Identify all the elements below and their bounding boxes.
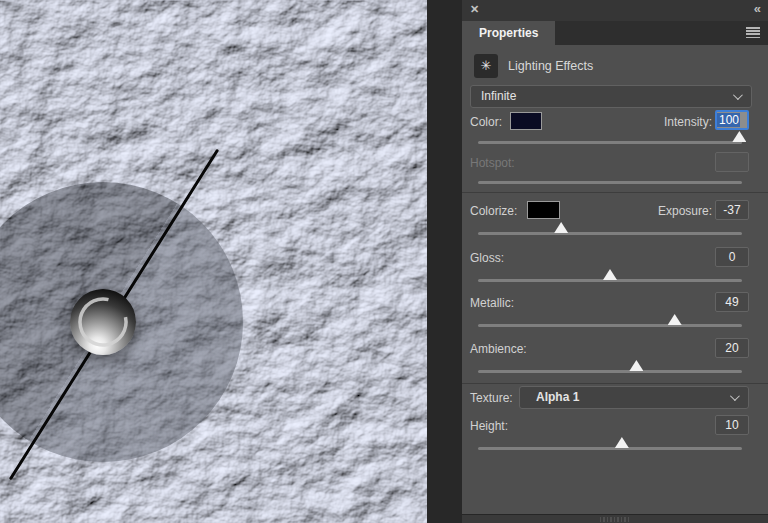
intensity-label: Intensity: [664, 115, 712, 129]
light-type-select[interactable]: Infinite [470, 85, 752, 108]
exposure-slider[interactable] [478, 232, 742, 235]
height-input[interactable]: 10 [715, 415, 749, 435]
collapse-to-icons-icon[interactable]: « [754, 1, 760, 16]
close-panel-icon[interactable]: ✕ [470, 3, 479, 16]
texture-value: Alpha 1 [520, 390, 579, 404]
colorize-label: Colorize: [470, 204, 517, 218]
gloss-slider-thumb[interactable] [603, 269, 617, 280]
effect-title: Lighting Effects [508, 59, 593, 73]
gloss-label: Gloss: [470, 251, 504, 265]
knob-ring-icon [70, 289, 136, 355]
exposure-label: Exposure: [658, 204, 712, 218]
document-canvas[interactable] [0, 0, 427, 523]
resize-grip[interactable] [600, 517, 630, 522]
chevron-down-icon [730, 391, 740, 401]
properties-body: ✳ Lighting Effects Infinite Color: Inten… [462, 45, 768, 514]
properties-panel: ✕ « Properties ✳ Lighting Effects Infini… [462, 0, 768, 523]
gloss-slider[interactable] [478, 279, 742, 282]
hotspot-input [715, 152, 749, 172]
metallic-input[interactable]: 49 [715, 292, 749, 312]
exposure-slider-thumb[interactable] [554, 222, 568, 233]
panel-menu-icon[interactable] [746, 27, 760, 38]
hotspot-slider [478, 181, 742, 184]
gloss-input[interactable]: 0 [715, 247, 749, 267]
texture-label: Texture: [470, 391, 513, 405]
height-label: Height: [470, 419, 508, 433]
metallic-label: Metallic: [470, 296, 514, 310]
texture-select[interactable]: Alpha 1 [519, 386, 749, 409]
photoshop-workspace: ✕ « Properties ✳ Lighting Effects Infini… [0, 0, 768, 523]
panel-tab-bar: Properties [462, 21, 768, 45]
light-color-swatch[interactable] [510, 112, 542, 130]
ambience-input[interactable]: 20 [715, 338, 749, 358]
tab-properties[interactable]: Properties [462, 21, 555, 45]
metallic-slider-thumb[interactable] [668, 314, 682, 325]
panel-bottom-bar [462, 514, 768, 523]
height-slider-thumb[interactable] [615, 437, 629, 448]
colorize-swatch[interactable] [527, 201, 560, 219]
ambience-slider-thumb[interactable] [629, 360, 643, 371]
intensity-input[interactable]: 100 [715, 110, 749, 130]
light-type-value: Infinite [471, 89, 516, 103]
metallic-slider[interactable] [478, 324, 742, 327]
section-separator [462, 192, 768, 193]
hotspot-label: Hotspot: [470, 156, 515, 170]
ambience-slider[interactable] [478, 370, 742, 373]
section-separator [462, 383, 768, 384]
intensity-slider-thumb[interactable] [732, 131, 746, 142]
lighting-effects-icon: ✳ [474, 54, 498, 78]
color-label: Color: [470, 115, 502, 129]
light-control-knob[interactable] [70, 289, 136, 355]
height-slider[interactable] [478, 447, 742, 450]
panel-titlebar: ✕ « [462, 0, 768, 21]
ambience-label: Ambience: [470, 342, 527, 356]
chevron-down-icon [733, 90, 743, 100]
exposure-input[interactable]: -37 [715, 200, 749, 220]
intensity-slider[interactable] [478, 141, 742, 144]
intensity-value: 100 [717, 113, 740, 127]
